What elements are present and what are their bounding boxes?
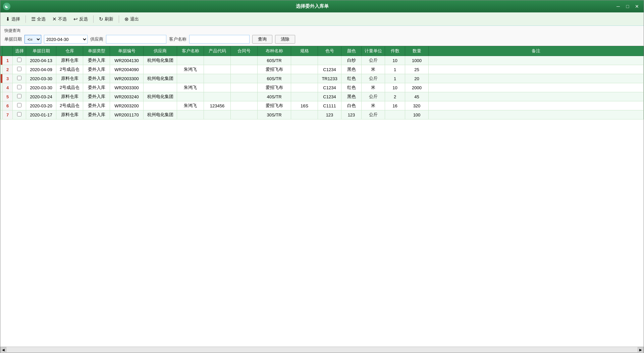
table-row[interactable]: 12020-04-13原料仓库委外入库WR2004130杭州电化集团60S/TR…: [1, 56, 644, 65]
table-row[interactable]: 52020-03-24原料仓库委外入库WR2003240杭州电化集团40S/TR…: [1, 92, 644, 101]
table-row[interactable]: 22020-04-092号成品仓委外入库WR2004090朱鸿飞爱招飞布C123…: [1, 65, 644, 74]
cell-color: 红色: [341, 83, 362, 92]
header-type: 单据类型: [83, 46, 110, 56]
cell-contract: [231, 92, 258, 101]
checkbox-cell[interactable]: [13, 74, 26, 83]
filter-title: 快捷查询: [4, 28, 640, 34]
cell-number: WR2001170: [110, 110, 144, 119]
row-checkbox[interactable]: [17, 112, 21, 116]
checkbox-cell[interactable]: [13, 92, 26, 101]
filter-row: 单据日期 <= >= = < > 2020-04-30 供应商 客户名称 查询 …: [4, 35, 640, 44]
clear-button[interactable]: 清除: [275, 35, 295, 44]
cell-quantity: 20: [405, 74, 429, 83]
cell-pieces: 1: [385, 65, 405, 74]
select-all-icon: ☰: [31, 16, 36, 22]
cell-product-code: [204, 110, 231, 119]
cell-quantity: 45: [405, 92, 429, 101]
checkbox-cell[interactable]: [13, 110, 26, 119]
table-row[interactable]: 42020-03-302号成品仓委外入库WR2003300朱鸿飞爱招飞布C123…: [1, 83, 644, 92]
data-table: 选择 单据日期 仓库 单据类型 单据编号 供应商 客户名称 产品代码 合同号 布…: [0, 46, 644, 119]
cell-type: 委外入库: [83, 92, 110, 101]
header-select: 选择: [13, 46, 26, 56]
row-number: 5: [3, 92, 13, 101]
supplier-label: 供应商: [90, 36, 103, 42]
row-checkbox[interactable]: [17, 76, 21, 80]
cell-quantity: 320: [405, 101, 429, 110]
cell-spec: [291, 83, 318, 92]
header-spec: 规格: [291, 46, 318, 56]
row-number: 6: [3, 101, 13, 110]
exit-button[interactable]: ⊗ 退出: [122, 15, 142, 23]
scroll-right-button[interactable]: ▶: [638, 347, 644, 353]
table-row[interactable]: 72020-01-17原料仓库委外入库WR2001170杭州电化集团30S/TR…: [1, 110, 644, 119]
header-number: 单据编号: [110, 46, 144, 56]
cell-unit: 公斤: [362, 110, 385, 119]
row-checkbox[interactable]: [17, 103, 21, 107]
select-button[interactable]: ⬇ 选择: [3, 15, 23, 23]
invert-button[interactable]: ↩ 反选: [71, 15, 91, 23]
cell-type: 委外入库: [83, 56, 110, 65]
table-row[interactable]: 32020-03-30原料仓库委外入库WR2003300杭州电化集团60S/TR…: [1, 74, 644, 83]
query-button[interactable]: 查询: [252, 35, 272, 44]
cell-customer: 朱鸿飞: [177, 101, 204, 110]
cell-number: WR2003200: [110, 101, 144, 110]
header-warehouse: 仓库: [56, 46, 83, 56]
filter-area: 快捷查询 单据日期 <= >= = < > 2020-04-30 供应商 客户名…: [0, 26, 644, 46]
cell-remark: [429, 92, 644, 101]
cell-spec: [291, 56, 318, 65]
cell-fabric: 30S/TR: [258, 110, 291, 119]
cell-supplier: [144, 101, 177, 110]
date-value-select[interactable]: 2020-04-30: [44, 35, 88, 44]
scroll-left-button[interactable]: ◀: [0, 347, 6, 353]
cell-type: 委外入库: [83, 101, 110, 110]
table-row[interactable]: 62020-03-202号成品仓委外入库WR2003200朱鸿飞123456爱招…: [1, 101, 644, 110]
date-operator-select[interactable]: <= >= = < >: [24, 35, 41, 44]
select-label: 选择: [11, 16, 20, 22]
scroll-track[interactable]: [6, 347, 638, 353]
customer-input[interactable]: [189, 35, 250, 44]
deselect-button[interactable]: ✕ 不选: [50, 15, 69, 23]
cell-product-code: [204, 74, 231, 83]
cell-pieces: 10: [385, 56, 405, 65]
select-all-button[interactable]: ☰ 全选: [29, 15, 48, 23]
row-checkbox[interactable]: [17, 94, 21, 98]
minimize-button[interactable]: ─: [614, 2, 622, 10]
cell-color-code: [318, 56, 341, 65]
cell-warehouse: 2号成品仓: [56, 83, 83, 92]
row-checkbox[interactable]: [17, 58, 21, 62]
cell-color: 黑色: [341, 92, 362, 101]
checkbox-cell[interactable]: [13, 83, 26, 92]
row-number: 1: [3, 56, 13, 65]
header-rownum: [3, 46, 13, 56]
row-checkbox[interactable]: [17, 67, 21, 71]
cell-unit: 米: [362, 65, 385, 74]
customer-label: 客户名称: [169, 36, 186, 42]
cell-product-code: 123456: [204, 101, 231, 110]
cell-contract: [231, 110, 258, 119]
horizontal-scrollbar[interactable]: ◀ ▶: [0, 347, 644, 353]
refresh-button[interactable]: ↻ 刷新: [96, 15, 116, 23]
checkbox-cell[interactable]: [13, 101, 26, 110]
cell-color-code: 123: [318, 110, 341, 119]
table-header-row: 选择 单据日期 仓库 单据类型 单据编号 供应商 客户名称 产品代码 合同号 布…: [1, 46, 644, 56]
cell-remark: [429, 56, 644, 65]
cell-supplier: [144, 83, 177, 92]
maximize-button[interactable]: □: [624, 2, 632, 10]
cell-product-code: [204, 56, 231, 65]
cell-unit: 米: [362, 83, 385, 92]
invert-label: 反选: [79, 16, 88, 22]
cell-unit: 公斤: [362, 74, 385, 83]
cell-product-code: [204, 92, 231, 101]
checkbox-cell[interactable]: [13, 56, 26, 65]
cell-pieces: 1: [385, 74, 405, 83]
checkbox-cell[interactable]: [13, 65, 26, 74]
cell-pieces: 10: [385, 83, 405, 92]
cell-date: 2020-03-30: [26, 74, 56, 83]
cell-unit: 公斤: [362, 92, 385, 101]
supplier-input[interactable]: [106, 35, 166, 44]
cell-customer: [177, 110, 204, 119]
close-button[interactable]: ✕: [633, 2, 641, 10]
row-checkbox[interactable]: [17, 85, 21, 89]
cell-contract: [231, 101, 258, 110]
cell-quantity: 1000: [405, 56, 429, 65]
